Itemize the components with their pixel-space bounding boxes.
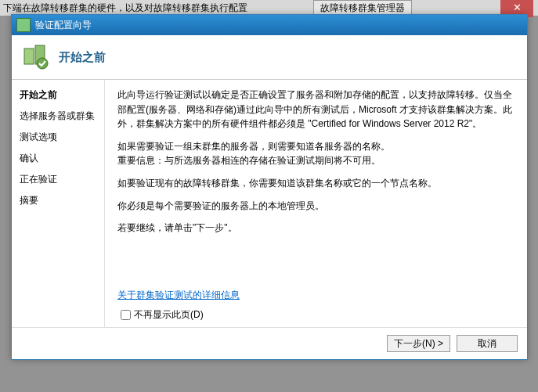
- sidebar: 开始之前 选择服务器或群集 测试选项 确认 正在验证 摘要: [12, 80, 105, 327]
- button-row: 下一步(N) > 取消: [12, 327, 527, 359]
- sidebar-item-before-you-begin[interactable]: 开始之前: [12, 85, 104, 106]
- background-tab: 故障转移群集管理器: [313, 0, 412, 16]
- svg-rect-0: [24, 49, 34, 64]
- sidebar-item-testing-options[interactable]: 测试选项: [12, 127, 104, 148]
- dont-show-again-row[interactable]: 不再显示此页(D): [117, 307, 515, 322]
- validation-icon: [23, 44, 49, 70]
- cancel-button[interactable]: 取消: [457, 335, 518, 352]
- page-title: 开始之前: [59, 50, 106, 65]
- sidebar-item-select-servers[interactable]: 选择服务器或群集: [12, 106, 104, 127]
- next-button[interactable]: 下一步(N) >: [387, 335, 450, 352]
- background-window-text: 下端在故障转移群集的硬件，以及对故障转移群集执行配置: [0, 0, 538, 16]
- intro-paragraph-3: 如要验证现有的故障转移群集，你需要知道该群集名称或它的一个节点名称。: [117, 176, 515, 191]
- intro-paragraph-2a: 如果需要验证一组未群集的服务器，则需要知道各服务器的名称。: [117, 139, 515, 154]
- content-panel: 此向导运行验证测试以确定是否正确设置了服务器和附加存储的配置，以支持故障转移。仅…: [105, 80, 527, 327]
- sidebar-item-confirmation[interactable]: 确认: [12, 148, 104, 169]
- intro-paragraph-4: 你必须是每个需要验证的服务器上的本地管理员。: [117, 199, 515, 214]
- wizard-window: 验证配置向导 开始之前 开始之前 选择服务器或群集 测试选项 确认 正在验证 摘…: [11, 14, 528, 360]
- intro-paragraph-2b: 重要信息：与所选服务器相连的存储在验证测试期间将不可用。: [117, 153, 515, 168]
- intro-paragraph-5: 若要继续，请单击"下一步"。: [117, 221, 515, 236]
- header-band: 开始之前: [12, 35, 527, 80]
- more-info-link[interactable]: 关于群集验证测试的详细信息: [117, 290, 240, 300]
- titlebar: 验证配置向导: [12, 15, 527, 35]
- intro-paragraph-1: 此向导运行验证测试以确定是否正确设置了服务器和附加存储的配置，以支持故障转移。仅…: [117, 88, 515, 131]
- sidebar-item-summary[interactable]: 摘要: [12, 190, 104, 211]
- sidebar-item-validating[interactable]: 正在验证: [12, 169, 104, 190]
- dont-show-again-checkbox[interactable]: [121, 310, 131, 320]
- svg-point-2: [37, 58, 48, 69]
- titlebar-text: 验证配置向导: [35, 19, 92, 32]
- dont-show-again-label: 不再显示此页(D): [134, 307, 204, 322]
- wizard-app-icon: [16, 18, 31, 32]
